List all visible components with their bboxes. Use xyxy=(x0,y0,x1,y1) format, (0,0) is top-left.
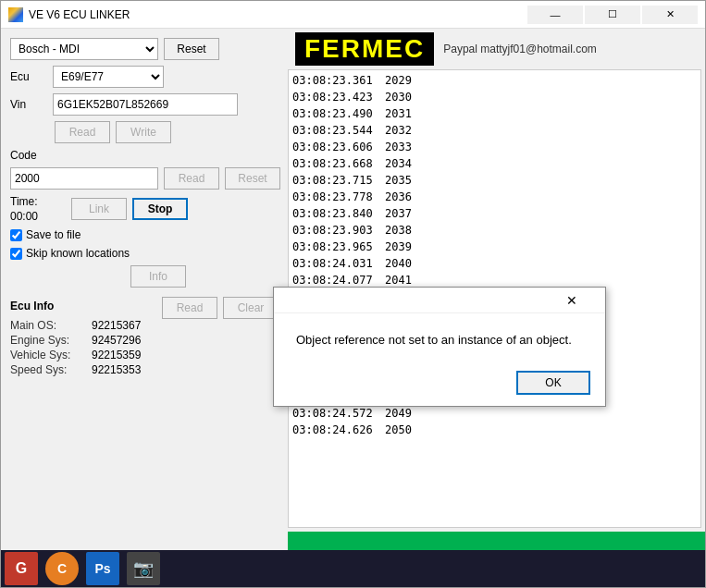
error-dialog: ✕ Object reference not set to an instanc… xyxy=(273,287,606,407)
dialog-overlay: ✕ Object reference not set to an instanc… xyxy=(0,0,706,588)
dialog-body: Object reference not set to an instance … xyxy=(274,313,605,363)
dialog-close-button[interactable]: ✕ xyxy=(544,290,600,311)
dialog-footer: OK xyxy=(274,363,605,406)
dialog-title-bar: ✕ xyxy=(274,288,605,313)
dialog-message: Object reference not set to an instance … xyxy=(296,333,572,347)
dialog-ok-button[interactable]: OK xyxy=(516,371,590,395)
